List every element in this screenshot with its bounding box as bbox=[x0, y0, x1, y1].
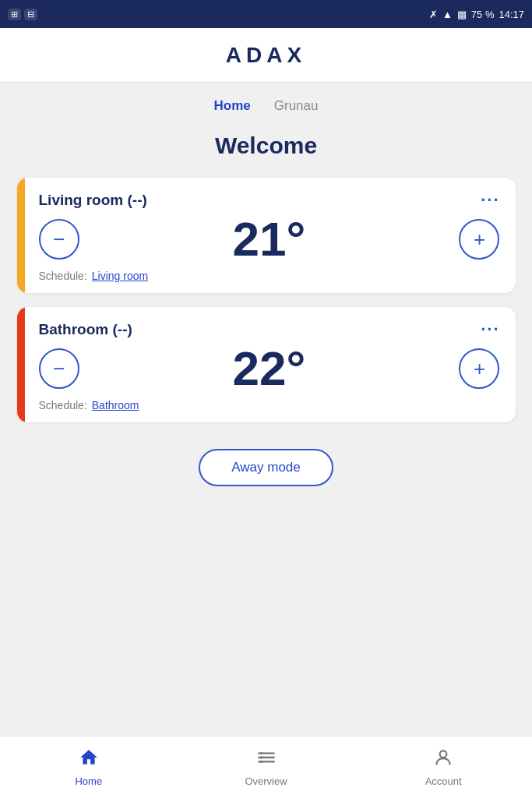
plus-icon: + bbox=[474, 357, 485, 381]
bathroom-card-inner: Bathroom (--) ··· − 22° + Schedule: Bath… bbox=[17, 321, 500, 411]
bathroom-temperature: 22° bbox=[233, 344, 306, 393]
bathroom-decrease-button[interactable]: − bbox=[39, 348, 79, 389]
living-room-card-inner: Living room (--) ··· − 21° + Schedule: L… bbox=[17, 192, 500, 282]
bathroom-schedule-label: Schedule: bbox=[39, 399, 87, 411]
nav-account-label: Account bbox=[425, 775, 462, 787]
tab-home[interactable]: Home bbox=[214, 98, 251, 117]
home-icon bbox=[79, 747, 99, 772]
bathroom-name: Bathroom (--) bbox=[39, 321, 132, 338]
svg-point-5 bbox=[259, 761, 262, 763]
living-room-controls: − 21° + bbox=[39, 215, 500, 263]
status-app-icons: ⊞ ⊟ bbox=[8, 9, 37, 20]
living-room-temperature: 21° bbox=[233, 215, 306, 263]
status-indicators: ✗ ▲ ▩ 75 % 14:17 bbox=[429, 9, 524, 20]
bathroom-increase-button[interactable]: + bbox=[459, 348, 499, 389]
living-room-schedule-row: Schedule: Living room bbox=[39, 270, 500, 282]
time-display: 14:17 bbox=[499, 9, 524, 20]
away-mode-button[interactable]: Away mode bbox=[199, 449, 333, 486]
nav-home[interactable]: Home bbox=[0, 736, 178, 798]
living-room-header-row: Living room (--) ··· bbox=[39, 192, 500, 209]
living-room-more-button[interactable]: ··· bbox=[481, 192, 499, 209]
bathroom-bar bbox=[17, 307, 25, 422]
bathroom-header-row: Bathroom (--) ··· bbox=[39, 321, 500, 338]
main-content: Home Grunau Welcome Living room (--) ···… bbox=[0, 83, 532, 736]
living-room-schedule-label: Schedule: bbox=[39, 270, 87, 282]
bottom-nav: Home Overview Account bbox=[0, 736, 532, 798]
welcome-title: Welcome bbox=[215, 132, 317, 159]
svg-point-6 bbox=[440, 750, 447, 757]
tab-grunau[interactable]: Grunau bbox=[274, 98, 319, 117]
wifi-icon: ▲ bbox=[442, 9, 453, 20]
bluetooth-icon: ✗ bbox=[429, 9, 438, 20]
nav-overview[interactable]: Overview bbox=[178, 736, 355, 798]
living-room-schedule-link[interactable]: Living room bbox=[92, 270, 148, 282]
battery-text: 75 % bbox=[471, 9, 495, 20]
bathroom-more-button[interactable]: ··· bbox=[481, 321, 499, 338]
living-room-bar bbox=[17, 178, 25, 293]
overview-icon bbox=[256, 747, 277, 772]
app-logo: ADAX bbox=[226, 43, 306, 68]
nav-account[interactable]: Account bbox=[354, 736, 532, 798]
living-room-increase-button[interactable]: + bbox=[459, 219, 499, 260]
bathroom-schedule-row: Schedule: Bathroom bbox=[39, 399, 500, 411]
app-header: ADAX bbox=[0, 28, 532, 83]
living-room-name: Living room (--) bbox=[39, 192, 147, 209]
bathroom-card: Bathroom (--) ··· − 22° + Schedule: Bath… bbox=[17, 307, 516, 422]
bathroom-schedule-link[interactable]: Bathroom bbox=[92, 399, 139, 411]
app-icon-1: ⊞ bbox=[8, 9, 21, 20]
minus-icon: − bbox=[53, 357, 65, 381]
signal-icon: ▩ bbox=[457, 9, 467, 20]
status-bar: ⊞ ⊟ ✗ ▲ ▩ 75 % 14:17 bbox=[0, 0, 532, 28]
svg-point-4 bbox=[259, 756, 262, 758]
away-mode-container: Away mode bbox=[16, 449, 516, 486]
minus-icon: − bbox=[53, 228, 65, 252]
svg-point-3 bbox=[259, 752, 262, 754]
nav-overview-label: Overview bbox=[245, 775, 287, 787]
living-room-card: Living room (--) ··· − 21° + Schedule: L… bbox=[17, 178, 516, 293]
location-tabs: Home Grunau bbox=[214, 98, 319, 117]
plus-icon: + bbox=[474, 228, 485, 252]
nav-home-label: Home bbox=[75, 775, 102, 787]
app-icon-2: ⊟ bbox=[24, 9, 37, 20]
bathroom-controls: − 22° + bbox=[39, 344, 500, 393]
account-icon bbox=[433, 747, 453, 772]
living-room-decrease-button[interactable]: − bbox=[39, 219, 79, 260]
